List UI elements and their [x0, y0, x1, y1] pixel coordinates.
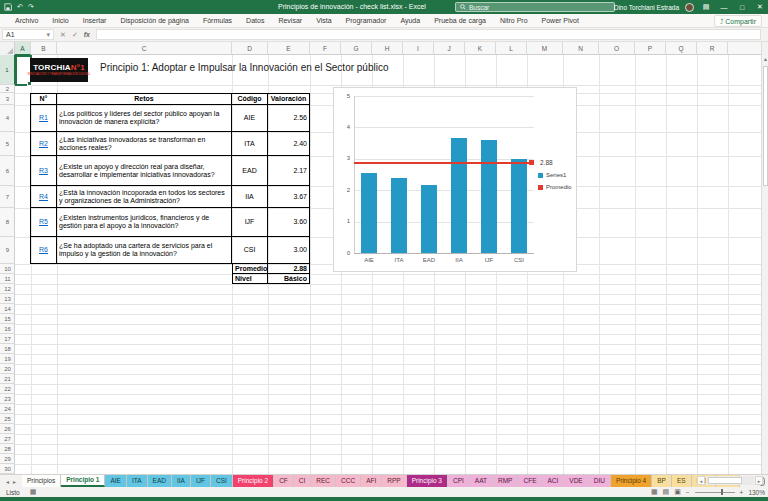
zoom-out-icon[interactable]: − [686, 489, 690, 496]
row-header-5[interactable]: 5 [0, 132, 15, 156]
sheet-tab-bp[interactable]: BP [652, 475, 672, 487]
sheet-tab-ead[interactable]: EAD [148, 475, 172, 487]
save-icon[interactable] [4, 3, 12, 11]
promedio-line[interactable] [354, 162, 533, 164]
row-header-24[interactable]: 24 [0, 404, 15, 414]
row-header-8[interactable]: 8 [0, 208, 15, 237]
sheet-tab-rec[interactable]: REC [311, 475, 336, 487]
minimize-button[interactable]: — [718, 4, 730, 11]
row-header-30[interactable]: 30 [0, 464, 15, 474]
reto-link-r1[interactable]: R1 [39, 114, 48, 122]
sheet-tab-vde[interactable]: VDE [564, 475, 588, 487]
row-header-21[interactable]: 21 [0, 374, 15, 384]
vscroll-up-icon[interactable]: ▲ [762, 56, 768, 62]
bar-aie[interactable] [361, 173, 377, 253]
sheet-tab-principio-3[interactable]: Principio 3 [407, 475, 448, 487]
close-button[interactable]: ✕ [754, 3, 766, 11]
sheet-tab-aie[interactable]: AIE [105, 475, 126, 487]
column-header-r[interactable]: R [697, 42, 728, 55]
sheet-tab-aci[interactable]: ACI [542, 475, 564, 487]
bar-iia[interactable] [451, 138, 467, 253]
reto-link-r6[interactable]: R6 [39, 246, 48, 254]
zoom-level[interactable]: 130% [748, 489, 765, 496]
hscroll-left-icon[interactable]: ◂ [697, 476, 705, 485]
row-header-6[interactable]: 6 [0, 156, 15, 186]
sheet-nav-right-icon[interactable]: ▸ [13, 478, 16, 485]
row-header-7[interactable]: 7 [0, 186, 15, 208]
confirm-entry-icon[interactable]: ✓ [72, 31, 78, 39]
column-header-n[interactable]: N [563, 42, 599, 55]
ribbon-tab-insertar[interactable]: Insertar [76, 14, 114, 28]
legend-item-series1[interactable]: Series1 [538, 172, 566, 178]
hscroll-track[interactable] [706, 476, 754, 485]
row-header-3[interactable]: 3 [0, 93, 15, 105]
row-header-29[interactable]: 29 [0, 454, 15, 464]
page-break-view-icon[interactable]: ▣ [674, 488, 681, 496]
namebox-dropdown-icon[interactable]: ▾ [46, 31, 50, 39]
sheet-nav-left-icon[interactable]: ◂ [6, 478, 9, 485]
column-header-j[interactable]: J [434, 42, 465, 55]
legend-item-promedio[interactable]: Promedio [538, 184, 572, 190]
sheet-tab-principios[interactable]: Principios [22, 475, 61, 487]
column-header-b[interactable]: B [31, 42, 57, 55]
ribbon-tab-nitro-pro[interactable]: Nitro Pro [493, 14, 535, 28]
normal-view-icon[interactable]: ▦ [651, 488, 658, 496]
sheet-tab-cpi[interactable]: CPI [448, 475, 470, 487]
ribbon-tab-vista[interactable]: Vista [309, 14, 338, 28]
row-header-27[interactable]: 27 [0, 434, 15, 444]
sheet-tab-rmp[interactable]: RMP [493, 475, 518, 487]
bar-ita[interactable] [391, 178, 407, 253]
sheet-tab-principio-2[interactable]: Principio 2 [233, 475, 274, 487]
column-header-q[interactable]: Q [666, 42, 697, 55]
bar-csi[interactable] [511, 159, 527, 253]
bar-ijf[interactable] [481, 140, 497, 253]
ribbon-tab-datos[interactable]: Datos [239, 14, 271, 28]
zoom-in-icon[interactable]: + [740, 489, 744, 496]
row-header-18[interactable]: 18 [0, 344, 15, 354]
row-header-16[interactable]: 16 [0, 324, 15, 334]
accessibility-icon[interactable]: ▦ [30, 488, 37, 496]
hscroll-right-icon[interactable]: ▸ [755, 476, 763, 485]
column-header-h[interactable]: H [372, 42, 403, 55]
sheet-tab-csi[interactable]: CSI [211, 475, 233, 487]
reto-link-r2[interactable]: R2 [39, 140, 48, 148]
maximize-button[interactable]: □ [736, 4, 748, 11]
ribbon-display-options-icon[interactable]: ▤ [700, 3, 712, 11]
sheet-tab-rpp[interactable]: RPP [382, 475, 406, 487]
reto-link-r3[interactable]: R3 [39, 167, 48, 175]
formula-input[interactable] [96, 29, 761, 40]
row-header-25[interactable]: 25 [0, 414, 15, 424]
row-header-22[interactable]: 22 [0, 384, 15, 394]
ribbon-tab-prueba-de-carga[interactable]: Prueba de carga [427, 14, 493, 28]
ribbon-tab-inicio[interactable]: Inicio [45, 14, 75, 28]
search-box[interactable]: Buscar [455, 2, 615, 12]
sheet-tab-diu[interactable]: DIU [589, 475, 611, 487]
reto-link-r5[interactable]: R5 [39, 218, 48, 226]
sheet-tab-principio-4[interactable]: Principio 4 [611, 475, 652, 487]
column-header-d[interactable]: D [232, 42, 268, 55]
reto-link-r4[interactable]: R4 [39, 193, 48, 201]
sheet-tab-cf[interactable]: CF [274, 475, 294, 487]
insert-function-icon[interactable]: fx [84, 31, 90, 38]
row-header-20[interactable]: 20 [0, 364, 15, 374]
sheet-tab-afi[interactable]: AFI [361, 475, 382, 487]
column-header-f[interactable]: F [310, 42, 341, 55]
column-header-g[interactable]: G [341, 42, 372, 55]
column-header-k[interactable]: K [465, 42, 496, 55]
page-layout-view-icon[interactable]: ▤ [663, 488, 670, 496]
row-header-23[interactable]: 23 [0, 394, 15, 404]
horizontal-scrollbar[interactable]: ◂ ▸ [697, 476, 763, 485]
cancel-entry-icon[interactable]: ✕ [60, 31, 66, 39]
column-header-e[interactable]: E [268, 42, 310, 55]
row-header-12[interactable]: 12 [0, 284, 15, 294]
redo-icon[interactable]: ↷ [28, 3, 34, 11]
row-header-11[interactable]: 11 [0, 274, 15, 284]
chart[interactable]: 012345AIEITAEADIIAIJFCSI2.88Series1Prome… [333, 87, 577, 272]
row-header-28[interactable]: 28 [0, 444, 15, 454]
hscroll-thumb[interactable] [708, 477, 742, 484]
column-header-l[interactable]: L [496, 42, 527, 55]
row-header-26[interactable]: 26 [0, 424, 15, 434]
column-header-m[interactable]: M [527, 42, 563, 55]
column-header-c[interactable]: C [57, 42, 232, 55]
sheet-tab-ita[interactable]: ITA [127, 475, 148, 487]
